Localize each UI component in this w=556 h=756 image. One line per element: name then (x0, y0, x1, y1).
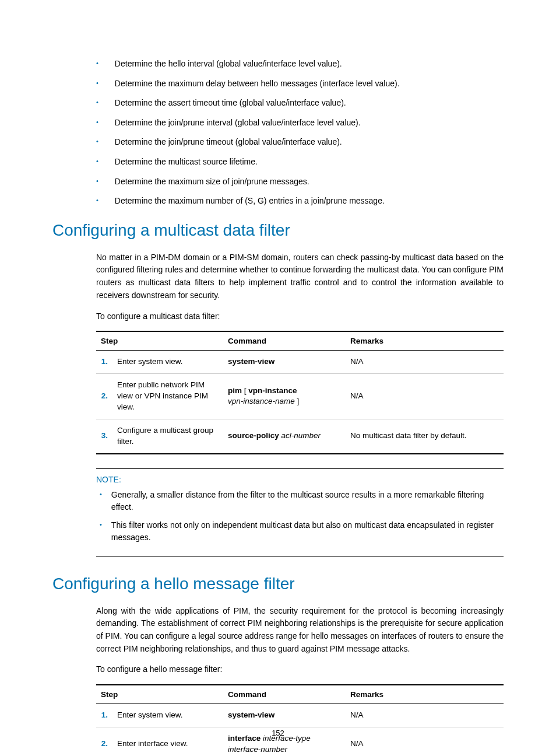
command-cell: source-policy acl-number (223, 419, 346, 453)
table-row: 2. Enter public network PIM view or VPN … (96, 374, 504, 419)
cmd-ital: vpn-instance-name (228, 397, 295, 405)
col-remarks: Remarks (346, 685, 504, 704)
col-step: Step (96, 685, 223, 704)
bullet-icon: • (96, 78, 98, 89)
note-label: NOTE: (96, 475, 504, 484)
cmd-text: [ (242, 386, 248, 395)
table-header-row: Step Command Remarks (96, 331, 504, 351)
step-number: 3. (96, 419, 112, 453)
bullet-icon: • (96, 97, 98, 108)
list-item: •Determine the assert timeout time (glob… (96, 97, 504, 109)
remarks-cell: No multicast data filter by default. (346, 419, 504, 453)
step-number: 1. (96, 704, 112, 727)
cmd-bold: system-view (228, 357, 275, 366)
list-text: Determine the join/prune timeout (global… (115, 136, 342, 148)
note-block: NOTE: •Generally, a smaller distance fro… (96, 468, 504, 557)
cmd-bold: vpn-instance (248, 386, 297, 395)
cmd-bold: pim (228, 386, 242, 395)
col-step: Step (96, 331, 223, 351)
cmd-ital: acl-number (279, 431, 321, 440)
cmd-bold: source-policy (228, 431, 279, 440)
multicast-filter-table: Step Command Remarks 1. Enter system vie… (96, 331, 504, 454)
col-remarks: Remarks (346, 331, 504, 351)
section-paragraph: Along with the wide applications of PIM,… (96, 605, 504, 656)
bullet-icon: • (96, 117, 98, 128)
table-header-row: Step Command Remarks (96, 685, 504, 704)
step-number: 1. (96, 351, 112, 374)
list-text: Determine the join/prune interval (globa… (115, 117, 361, 129)
page-content: •Determine the hello interval (global va… (0, 0, 556, 756)
list-text: Determine the maximum delay between hell… (115, 78, 400, 90)
preparation-list: •Determine the hello interval (global va… (96, 58, 504, 207)
step-number: 2. (96, 374, 112, 419)
col-command: Command (223, 685, 346, 704)
note-text: Generally, a smaller distance from the f… (111, 489, 504, 513)
step-desc: Enter system view. (112, 351, 223, 374)
list-item: •Determine the join/prune timeout (globa… (96, 136, 504, 148)
remarks-cell: N/A (346, 374, 504, 419)
section-heading-multicast-filter: Configuring a multicast data filter (52, 221, 504, 240)
list-text: Determine the multicast source lifetime. (115, 156, 258, 168)
bullet-icon: • (96, 195, 98, 206)
table-row: 3. Configure a multicast group filter. s… (96, 419, 504, 453)
bullet-icon: • (100, 519, 102, 531)
command-cell: pim [ vpn-instance vpn-instance-name ] (223, 374, 346, 419)
bullet-icon: • (96, 58, 98, 69)
table-row: 1. Enter system view. system-view N/A (96, 351, 504, 374)
section-heading-hello-filter: Configuring a hello message filter (52, 575, 504, 593)
cmd-text: ] (295, 397, 300, 405)
list-item: •This filter works not only on independe… (100, 519, 504, 544)
list-item: •Determine the join/prune interval (glob… (96, 117, 504, 129)
bullet-icon: • (100, 489, 102, 501)
list-text: Determine the assert timeout time (globa… (115, 97, 346, 109)
note-text: This filter works not only on independen… (111, 519, 504, 544)
cmd-bold: system-view (228, 710, 275, 719)
list-item: •Determine the maximum number of (S, G) … (96, 195, 504, 207)
command-cell: system-view (223, 704, 346, 727)
list-text: Determine the hello interval (global val… (115, 58, 342, 70)
bullet-icon: • (96, 136, 98, 147)
bullet-icon: • (96, 176, 98, 187)
section-intro: To configure a multicast data filter: (96, 310, 504, 323)
list-text: Determine the maximum size of join/prune… (115, 176, 309, 188)
section-paragraph: No matter in a PIM-DM domain or a PIM-SM… (96, 251, 504, 302)
remarks-cell: N/A (346, 704, 504, 727)
col-command: Command (223, 331, 346, 351)
page-number: 152 (0, 729, 556, 737)
remarks-cell: N/A (346, 351, 504, 374)
list-text: Determine the maximum number of (S, G) e… (115, 195, 385, 207)
command-cell: system-view (223, 351, 346, 374)
step-desc: Enter system view. (112, 704, 223, 727)
list-item: •Determine the maximum delay between hel… (96, 78, 504, 90)
list-item: •Generally, a smaller distance from the … (100, 489, 504, 513)
table-row: 1. Enter system view. system-view N/A (96, 704, 504, 727)
list-item: •Determine the hello interval (global va… (96, 58, 504, 70)
list-item: •Determine the maximum size of join/prun… (96, 176, 504, 188)
step-desc: Enter public network PIM view or VPN ins… (112, 374, 223, 419)
section-intro: To configure a hello message filter: (96, 663, 504, 676)
bullet-icon: • (96, 156, 98, 167)
step-desc: Configure a multicast group filter. (112, 419, 223, 453)
list-item: •Determine the multicast source lifetime… (96, 156, 504, 168)
hello-filter-table: Step Command Remarks 1. Enter system vie… (96, 684, 504, 756)
